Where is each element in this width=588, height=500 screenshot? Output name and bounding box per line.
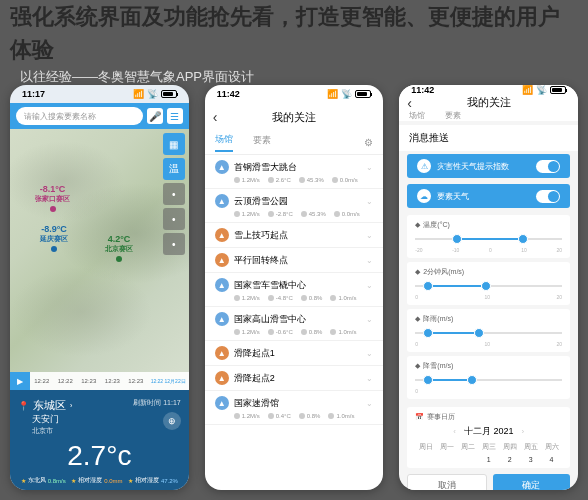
toggle-switch[interactable]	[536, 190, 560, 203]
slider-thumb-high[interactable]	[518, 234, 528, 244]
range-slider-block: ◆温度(°C)-20-1001020	[407, 215, 570, 258]
back-button[interactable]: ‹	[213, 109, 218, 125]
venue-icon: ▲	[215, 228, 229, 242]
calendar-day	[461, 456, 475, 463]
venue-name: 国家速滑馆	[234, 397, 279, 410]
slider-thumb-low[interactable]	[423, 375, 433, 385]
layer-button[interactable]: ▦	[163, 133, 185, 155]
toggle-switch[interactable]	[536, 160, 560, 173]
venue-list-item[interactable]: ▲云顶滑雪公园⌄1.2M/s-2.8°C45.3%0.0m/s	[205, 189, 384, 223]
chevron-down-icon[interactable]: ⌄	[366, 197, 373, 206]
tab-venues[interactable]: 场馆	[215, 133, 233, 152]
slider-thumb-high[interactable]	[481, 281, 491, 291]
calendar-day	[440, 456, 454, 463]
venue-list-item[interactable]: ▲滑降起点1⌄	[205, 341, 384, 366]
tab-elements[interactable]: 要素	[445, 110, 461, 121]
slider-scale: 01020	[415, 341, 562, 347]
venue-list-item[interactable]: ▲首钢滑雪大跳台⌄1.2M/s2.6°C45.3%0.0m/s	[205, 155, 384, 189]
map-marker[interactable]: -8.1°C 张家口赛区	[35, 184, 70, 212]
slider-thumb-high[interactable]	[474, 328, 484, 338]
back-button[interactable]: ‹	[407, 95, 412, 111]
design-caption: 以往经验——冬奥智慧气象APP界面设计	[20, 68, 254, 86]
range-slider[interactable]	[415, 373, 562, 387]
status-time: 11:17	[22, 89, 45, 99]
cancel-button[interactable]: 取消	[407, 474, 486, 490]
search-input[interactable]: 请输入搜索要素名称	[16, 107, 143, 125]
chevron-down-icon[interactable]: ⌄	[366, 256, 373, 265]
battery-icon	[161, 90, 177, 98]
slider-label: ◆降雨(m/s)	[415, 314, 562, 324]
layer-option[interactable]: •	[163, 208, 185, 230]
phone-screen-favorites: 11:42 📶 📡 ‹ 我的关注 场馆 要素 ⚙ ▲首钢滑雪大跳台⌄1.2M/s…	[205, 85, 384, 490]
play-button[interactable]: ▶	[10, 372, 30, 390]
calendar-day[interactable]: 1	[482, 456, 496, 463]
slider-thumb-high[interactable]	[467, 375, 477, 385]
venue-icon: ▲	[215, 278, 229, 292]
chevron-down-icon[interactable]: ⌄	[366, 163, 373, 172]
slider-thumb-low[interactable]	[452, 234, 462, 244]
chevron-down-icon[interactable]: ⌄	[366, 349, 373, 358]
signal-icon: 📶	[522, 85, 533, 95]
hazard-icon: ⚠	[417, 159, 431, 173]
weekday-label: 周日	[419, 442, 433, 452]
layer-option[interactable]: •	[163, 183, 185, 205]
calendar-day[interactable]: 4	[545, 456, 559, 463]
calendar-block: 📅赛事日历 ‹ 十二月 2021 › 周日周一周二周三周四周五周六 1234	[407, 407, 570, 468]
next-month-button[interactable]: ›	[521, 427, 524, 436]
tab-venues[interactable]: 场馆	[409, 110, 425, 121]
section-title: 消息推送	[399, 125, 578, 151]
phone-screen-map: 11:17 📶 📡 请输入搜索要素名称 🎤 ☰ -8.1°C 张家口赛区 -8.…	[10, 85, 189, 490]
toggle-row-element[interactable]: ☁ 要素天气	[407, 184, 570, 208]
tab-elements[interactable]: 要素	[253, 134, 271, 151]
range-slider[interactable]	[415, 326, 562, 340]
chevron-down-icon[interactable]: ⌄	[366, 231, 373, 240]
venue-list-item[interactable]: ▲国家雪车雪橇中心⌄1.2M/s-4.8°C0.8%1.0m/s	[205, 273, 384, 307]
slider-label: ◆2分钟风(m/s)	[415, 267, 562, 277]
toggle-row-hazard[interactable]: ⚠ 灾害性天气提示指数	[407, 154, 570, 178]
chevron-down-icon[interactable]: ⌄	[366, 374, 373, 383]
range-slider[interactable]	[415, 232, 562, 246]
slider-thumb-low[interactable]	[423, 281, 433, 291]
venue-list-item[interactable]: ▲滑降起点2⌄	[205, 366, 384, 391]
status-time: 11:42	[217, 89, 240, 99]
venue-list-item[interactable]: ▲雪上技巧起点⌄	[205, 223, 384, 248]
layer-option[interactable]: •	[163, 233, 185, 255]
signal-icon: 📶	[327, 89, 338, 99]
temp-layer-button[interactable]: 温	[163, 158, 185, 180]
calendar-day[interactable]: 2	[503, 456, 517, 463]
venue-list[interactable]: ▲首钢滑雪大跳台⌄1.2M/s2.6°C45.3%0.0m/s▲云顶滑雪公园⌄1…	[205, 155, 384, 490]
slider-scale: -20-1001020	[415, 247, 562, 253]
status-bar: 11:17 📶 📡	[10, 85, 189, 103]
confirm-button[interactable]: 确定	[493, 474, 570, 490]
venue-list-item[interactable]: ▲平行回转终点⌄	[205, 248, 384, 273]
venue-list-item[interactable]: ▲国家速滑馆⌄1.2M/s0.4°C0.8%1.0m/s	[205, 391, 384, 425]
weather-map[interactable]: -8.1°C 张家口赛区 -8.9°C 延庆赛区 4.2°C 北京赛区 ▦ 温 …	[10, 129, 189, 390]
menu-icon[interactable]: ☰	[167, 108, 183, 124]
chevron-down-icon[interactable]: ⌄	[366, 315, 373, 324]
timeline-current: 12:22 12月22日	[148, 378, 189, 384]
background-overlay-title: 强化系统界面及功能抢先看，打造更智能、更便捷的用户体验	[10, 0, 578, 66]
current-temperature: 2.7°c	[18, 440, 181, 472]
voice-icon[interactable]: 🎤	[147, 108, 163, 124]
chevron-down-icon[interactable]: ⌄	[366, 399, 373, 408]
page-title: 我的关注	[467, 95, 511, 110]
map-marker[interactable]: 4.2°C 北京赛区	[105, 234, 133, 262]
timeline-scrubber[interactable]: ▶ 12:22 12:22 12:23 12:23 12:23 12:22 12…	[10, 372, 189, 390]
calendar-day[interactable]: 3	[524, 456, 538, 463]
spot-name: 天安门	[32, 413, 59, 426]
calendar-day	[419, 456, 433, 463]
venue-list-item[interactable]: ▲国家高山滑雪中心⌄1.2M/s-0.6°C0.8%1.0m/s	[205, 307, 384, 341]
map-marker[interactable]: -8.9°C 延庆赛区	[40, 224, 68, 252]
venue-icon: ▲	[215, 396, 229, 410]
tab-bar: 场馆 要素	[399, 110, 578, 121]
cloud-icon: ☁	[417, 189, 431, 203]
prev-month-button[interactable]: ‹	[453, 427, 456, 436]
slider-thumb-low[interactable]	[423, 328, 433, 338]
weekday-label: 周五	[524, 442, 538, 452]
chevron-down-icon[interactable]: ⌄	[366, 281, 373, 290]
range-slider[interactable]	[415, 279, 562, 293]
settings-icon[interactable]: ⚙	[364, 137, 373, 148]
venue-icon: ▲	[215, 371, 229, 385]
venue-name: 首钢滑雪大跳台	[234, 161, 297, 174]
calendar-header: ‹ 十二月 2021 ›	[415, 425, 562, 438]
